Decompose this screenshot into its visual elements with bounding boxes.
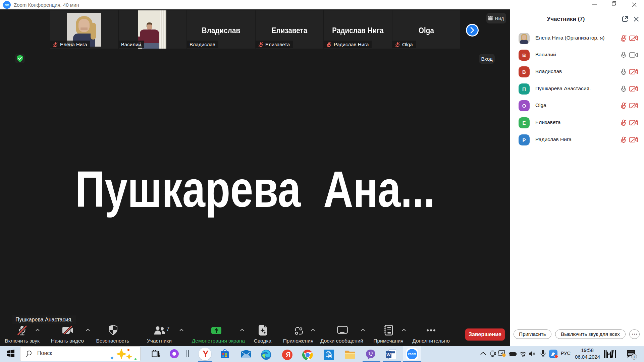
svg-text:W: W: [386, 352, 391, 357]
